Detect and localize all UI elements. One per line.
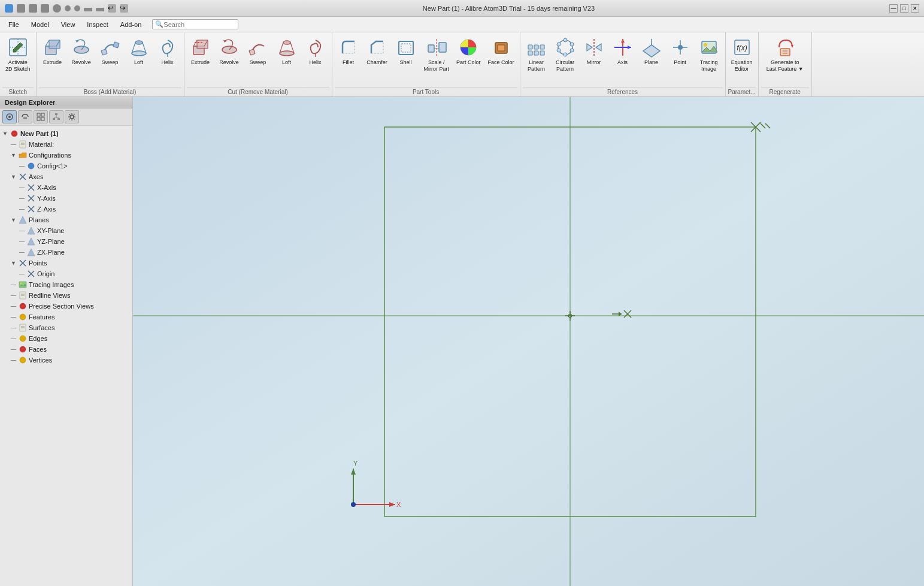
svg-text:Y: Y bbox=[353, 460, 358, 467]
menu-model[interactable]: Model bbox=[25, 19, 55, 30]
svg-point-11 bbox=[135, 41, 143, 44]
point-icon bbox=[669, 37, 691, 58]
explorer-toolbar bbox=[0, 108, 132, 126]
tree-item-y-axis[interactable]: —Y-Axis bbox=[0, 193, 132, 204]
generate-to-last-feature-button[interactable]: Generate to Last Feature ▼ bbox=[761, 35, 809, 74]
menu-inspect[interactable]: Inspect bbox=[81, 19, 114, 30]
menu-file[interactable]: File bbox=[2, 19, 25, 30]
linear-pattern-button[interactable]: Linear Pattern bbox=[523, 35, 550, 74]
app-icon-7 bbox=[74, 5, 80, 11]
ribbon-section-part-tools: Fillet Chamfer Shell bbox=[332, 32, 520, 96]
tree-item-tracing-images[interactable]: —Tracing Images bbox=[0, 279, 132, 290]
part-tools: Fillet Chamfer Shell bbox=[335, 35, 517, 87]
helix-boss-button[interactable]: Helix bbox=[154, 35, 181, 68]
svg-line-5 bbox=[46, 40, 49, 46]
tree-item-configurations[interactable]: ▼Configurations bbox=[0, 150, 132, 161]
tree-item-xy-plane[interactable]: —XY-Plane bbox=[0, 225, 132, 236]
activate-2d-sketch-button[interactable]: Activate 2D Sketch bbox=[2, 35, 34, 74]
sweep-boss-button[interactable]: Sweep bbox=[96, 35, 124, 68]
extrude-cut-icon bbox=[190, 37, 211, 58]
design-explorer-header: Design Explorer bbox=[0, 97, 132, 108]
menu-addon[interactable]: Add-on bbox=[114, 19, 147, 30]
tracing-image-button[interactable]: Tracing Image bbox=[695, 35, 723, 74]
extrude-cut-button[interactable]: Extrude bbox=[187, 35, 214, 68]
sweep-cut-label: Sweep bbox=[250, 59, 266, 66]
face-color-icon bbox=[490, 37, 512, 58]
axis-button[interactable]: Axis bbox=[609, 35, 637, 68]
fillet-button[interactable]: Fillet bbox=[335, 35, 362, 68]
explorer-btn-grid[interactable] bbox=[34, 110, 48, 123]
svg-point-43 bbox=[570, 43, 574, 46]
tree-item-surfaces[interactable]: —Surfaces bbox=[0, 322, 132, 333]
maximize-button[interactable]: □ bbox=[900, 4, 908, 13]
tree-item-redline-views[interactable]: —Redline Views bbox=[0, 290, 132, 301]
ribbon-section-sketch: Activate 2D Sketch Sketch bbox=[0, 32, 37, 96]
part-color-button[interactable]: Part Color bbox=[453, 35, 484, 68]
redo-icon[interactable]: ↪ bbox=[120, 4, 128, 13]
svg-point-56 bbox=[704, 43, 707, 47]
explorer-btn-tree[interactable] bbox=[49, 110, 63, 123]
revolve-cut-button[interactable]: Revolve bbox=[216, 35, 243, 68]
regenerate-section-label: Regenerate bbox=[761, 87, 809, 96]
search-input[interactable] bbox=[163, 21, 235, 28]
minimize-button[interactable]: — bbox=[889, 4, 898, 13]
mirror-icon bbox=[583, 37, 605, 58]
tree-item-z-axis[interactable]: —Z-Axis bbox=[0, 204, 132, 215]
tree-item-yz-plane[interactable]: —YZ-Plane bbox=[0, 236, 132, 247]
tree-label-faces: Faces bbox=[29, 346, 47, 353]
tree-item-vertices[interactable]: —Vertices bbox=[0, 355, 132, 366]
close-button[interactable]: ✕ bbox=[911, 4, 919, 13]
tree-item-planes[interactable]: ▼Planes bbox=[0, 215, 132, 225]
svg-point-45 bbox=[564, 53, 567, 56]
tree-label-axes: Axes bbox=[29, 173, 43, 180]
scale-mirror-icon bbox=[426, 37, 447, 58]
menu-view[interactable]: View bbox=[55, 19, 81, 30]
undo-icon[interactable]: ↩ bbox=[108, 4, 116, 13]
point-button[interactable]: Point bbox=[667, 35, 694, 68]
shell-button[interactable]: Shell bbox=[392, 35, 420, 68]
part-color-icon bbox=[458, 37, 479, 58]
circular-pattern-button[interactable]: Circular Pattern bbox=[552, 35, 579, 74]
chamfer-button[interactable]: Chamfer bbox=[363, 35, 391, 68]
tree-label-features: Features bbox=[29, 313, 54, 321]
tree-item-precise-section-views[interactable]: —Precise Section Views bbox=[0, 301, 132, 312]
helix-cut-label: Helix bbox=[310, 59, 322, 66]
tree-item-edges[interactable]: —Edges bbox=[0, 333, 132, 344]
svg-point-103 bbox=[20, 346, 26, 352]
axis-icon bbox=[612, 37, 634, 58]
tree-item-root[interactable]: ▼New Part (1) bbox=[0, 128, 132, 139]
tree-item-origin[interactable]: —Origin bbox=[0, 268, 132, 279]
circular-pattern-icon bbox=[555, 37, 576, 58]
explorer-btn-link[interactable] bbox=[18, 110, 32, 123]
tree-item-features[interactable]: —Features bbox=[0, 312, 132, 322]
revolve-boss-button[interactable]: Revolve bbox=[68, 35, 95, 68]
svg-point-46 bbox=[557, 49, 561, 52]
sweep-cut-button[interactable]: Sweep bbox=[244, 35, 272, 68]
tree-item-x-axis[interactable]: —X-Axis bbox=[0, 182, 132, 193]
tree-item-faces[interactable]: —Faces bbox=[0, 344, 132, 355]
loft-boss-button[interactable]: Loft bbox=[125, 35, 153, 68]
app-icon-6 bbox=[65, 5, 71, 11]
face-color-button[interactable]: Face Color bbox=[485, 35, 517, 68]
equation-editor-button[interactable]: f(x) Equation Editor bbox=[728, 35, 756, 74]
tree-label-x-axis: X-Axis bbox=[37, 184, 56, 191]
mirror-button[interactable]: Mirror bbox=[580, 35, 608, 68]
search-box[interactable]: 🔍 bbox=[152, 19, 238, 29]
revolve-boss-icon bbox=[71, 37, 92, 58]
tree-item-material[interactable]: —Material: bbox=[0, 139, 132, 150]
tree-item-zx-plane[interactable]: —ZX-Plane bbox=[0, 247, 132, 258]
plane-button[interactable]: Plane bbox=[638, 35, 665, 68]
tree-item-points[interactable]: ▼Points bbox=[0, 258, 132, 268]
explorer-btn-settings[interactable] bbox=[65, 110, 79, 123]
svg-point-75 bbox=[11, 131, 17, 137]
extrude-boss-button[interactable]: Extrude bbox=[39, 35, 66, 68]
helix-cut-button[interactable]: Helix bbox=[302, 35, 329, 68]
viewport[interactable]: Y X bbox=[133, 97, 924, 586]
loft-cut-button[interactable]: Loft bbox=[273, 35, 301, 68]
scale-mirror-part-button[interactable]: Scale / Mirror Part bbox=[421, 35, 453, 74]
svg-rect-37 bbox=[540, 45, 544, 49]
tree-item-config1[interactable]: —Config<1> bbox=[0, 161, 132, 171]
tree-item-axes[interactable]: ▼Axes bbox=[0, 171, 132, 182]
explorer-btn-circle[interactable] bbox=[2, 110, 17, 123]
svg-rect-34 bbox=[498, 45, 505, 51]
